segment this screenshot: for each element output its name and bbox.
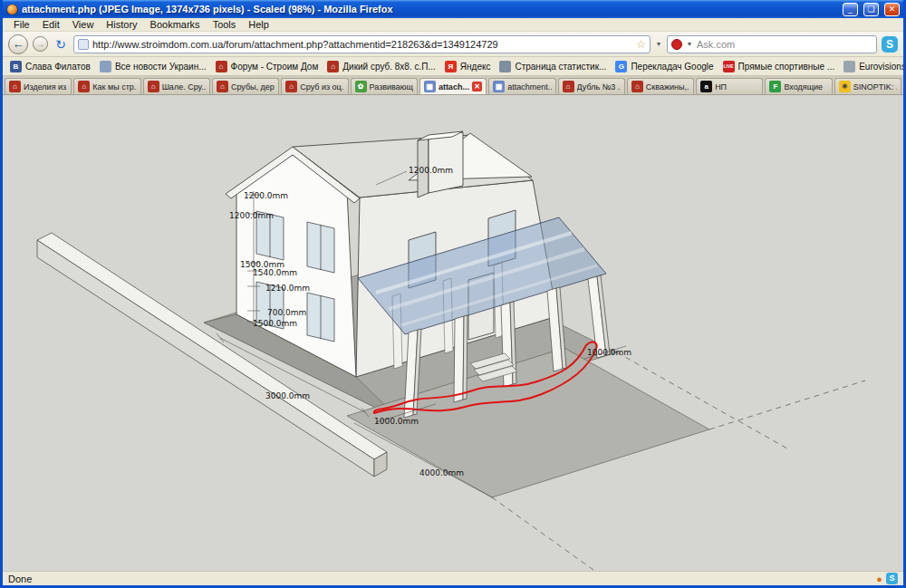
firefox-icon xyxy=(6,4,18,15)
bookmark-item[interactable]: Eurovisionsports - Lon... xyxy=(843,61,903,72)
search-engine-dropdown-icon[interactable]: ▾ xyxy=(686,40,693,48)
close-button[interactable]: ✕ xyxy=(884,3,900,16)
bookmark-label: Перекладач Google xyxy=(631,62,713,72)
status-orange-icon[interactable]: ● xyxy=(876,574,882,584)
bookmark-favicon-icon xyxy=(499,61,511,72)
bookmark-label: Все новости Украин... xyxy=(115,62,207,72)
bookmark-item[interactable]: ЯЯндекс xyxy=(445,61,491,72)
tab-favicon-icon: ⌂ xyxy=(563,81,574,92)
menu-bookmarks[interactable]: Bookmarks xyxy=(145,19,206,30)
tab-favicon-icon: а xyxy=(700,81,712,92)
search-input[interactable]: Ask.com xyxy=(697,39,735,50)
bookmark-item[interactable]: LIVEПрямые спортивные ... xyxy=(723,61,835,72)
maximize-button[interactable]: ❏ xyxy=(863,3,879,16)
tab-favicon-icon: ☀ xyxy=(839,81,851,92)
tab-label: Срубы, дер... xyxy=(231,82,275,92)
url-text[interactable]: http://www.stroimdom.com.ua/forum/attach… xyxy=(92,39,632,50)
tab-label: SINOPTIK: ... xyxy=(853,82,897,92)
bookmark-label: Eurovisionsports - Lon... xyxy=(859,62,903,72)
status-bar: Done ● S xyxy=(3,571,903,585)
chimney-side xyxy=(418,136,429,198)
tab[interactable]: ✿Развивающ... xyxy=(351,78,418,94)
tab[interactable]: ☀SINOPTIK: ... xyxy=(834,78,901,94)
tab-label: Сруб из оц... xyxy=(300,82,343,92)
bookmark-favicon-icon: ⌂ xyxy=(327,61,339,72)
refresh-icon[interactable]: ↻ xyxy=(53,37,69,52)
bookmark-label: Слава Филатов xyxy=(25,62,91,72)
tab[interactable]: FВходящие xyxy=(765,78,832,94)
url-bar[interactable]: http://www.stroimdom.com.ua/forum/attach… xyxy=(73,35,651,53)
tab[interactable]: ⌂Как мы стр... xyxy=(73,78,140,94)
skype-icon[interactable]: S xyxy=(882,36,898,53)
tab-favicon-icon: ⌂ xyxy=(285,81,297,92)
tab-label: НП xyxy=(715,82,758,92)
bookmark-favicon-icon: В xyxy=(10,61,22,72)
bookmark-item[interactable]: Страница статистик... xyxy=(499,61,606,72)
tab[interactable]: ⌂Сруб из оц... xyxy=(281,78,348,94)
bookmark-favicon-icon: ⌂ xyxy=(216,61,227,72)
tab-label: attach... xyxy=(439,82,469,92)
page-favicon-icon xyxy=(78,39,89,50)
search-bar[interactable]: ▾ Ask.com xyxy=(667,35,877,53)
bookmark-item[interactable]: ВСлава Филатов xyxy=(10,61,91,72)
tab-favicon-icon: F xyxy=(769,81,781,92)
bookmark-item[interactable]: ⌂Дикий сруб. 8х8. с.П... xyxy=(327,61,436,72)
tab[interactable]: ▦attachment... xyxy=(488,78,555,94)
tab-label: Входящие xyxy=(784,82,827,92)
tab-label: attachment... xyxy=(507,82,551,92)
menu-edit[interactable]: Edit xyxy=(37,19,65,30)
tab[interactable]: ⌂Шале. Сру... xyxy=(143,78,210,94)
tab-label: Развивающ... xyxy=(370,82,413,92)
bookmark-star-icon[interactable]: ☆ xyxy=(636,38,646,51)
menu-file[interactable]: File xyxy=(8,19,35,30)
bookmark-item[interactable]: ⌂Форум - Строим Дом xyxy=(216,61,319,72)
menu-tools[interactable]: Tools xyxy=(207,19,242,30)
navigation-toolbar: ← → ↻ http://www.stroimdom.com.ua/forum/… xyxy=(3,32,903,57)
tab[interactable]: аНП xyxy=(696,78,763,94)
bookmark-label: Страница статистик... xyxy=(515,62,606,72)
tab[interactable]: ⌂Дубль №3 ... xyxy=(558,78,625,94)
tab-label: Как мы стр... xyxy=(92,82,136,92)
back-button[interactable]: ← xyxy=(8,34,28,54)
menu-help[interactable]: Help xyxy=(243,19,275,30)
bookmark-favicon-icon: Я xyxy=(445,61,457,72)
tab-close-icon[interactable]: ✕ xyxy=(472,82,482,92)
tab-label: Дубль №3 ... xyxy=(577,82,621,92)
tab-favicon-icon: ✿ xyxy=(355,81,367,92)
title-bar: attachment.php (JPEG Image, 1374x736 pix… xyxy=(3,0,903,18)
tab-favicon-icon: ⌂ xyxy=(148,81,159,92)
chimney-front xyxy=(429,132,463,193)
tab-favicon-icon: ▦ xyxy=(424,81,436,92)
tab-bar: ⌂Изделия из... ⌂Как мы стр... ⌂Шале. Сру… xyxy=(3,76,903,94)
ask-search-icon[interactable] xyxy=(671,39,682,50)
bookmark-item[interactable]: Все новости Украин... xyxy=(100,61,207,72)
tab-label: Шале. Сру... xyxy=(162,82,206,92)
menu-bar: File Edit View History Bookmarks Tools H… xyxy=(3,18,903,32)
bookmark-favicon-icon: G xyxy=(615,61,627,72)
tab-favicon-icon: ⌂ xyxy=(9,81,21,92)
tab-favicon-icon: ▦ xyxy=(493,81,505,92)
menu-view[interactable]: View xyxy=(67,19,100,30)
tab[interactable]: ⌂Скважины,... xyxy=(627,78,694,94)
bookmark-label: Дикий сруб. 8х8. с.П... xyxy=(342,62,436,72)
bookmarks-toolbar: ВСлава Филатов Все новости Украин... ⌂Фо… xyxy=(3,57,903,76)
tab-active[interactable]: ▦attach...✕ xyxy=(419,78,487,94)
url-dropdown-icon[interactable]: ▾ xyxy=(655,40,662,48)
menu-history[interactable]: History xyxy=(101,19,142,30)
tab-favicon-icon: ⌂ xyxy=(78,81,90,92)
bookmark-favicon-icon: LIVE xyxy=(723,61,735,72)
window-title: attachment.php (JPEG Image, 1374x736 pix… xyxy=(22,4,837,14)
tab[interactable]: ⌂Изделия из... xyxy=(5,78,72,94)
bookmark-label: Прямые спортивные ... xyxy=(738,62,835,72)
forward-button[interactable]: → xyxy=(33,36,48,52)
tab-favicon-icon: ⌂ xyxy=(631,81,643,92)
browser-window: attachment.php (JPEG Image, 1374x736 pix… xyxy=(0,0,906,588)
status-skype-icon[interactable]: S xyxy=(886,573,898,584)
bookmark-label: Яндекс xyxy=(460,62,491,72)
page-content: 1200.0mm 1200.0mm 1200.0mm 1500.0mm 1540… xyxy=(3,94,903,571)
tab-favicon-icon: ⌂ xyxy=(217,81,228,92)
tab-label: Скважины,... xyxy=(646,82,689,92)
bookmark-item[interactable]: GПерекладач Google xyxy=(615,61,713,72)
tab[interactable]: ⌂Срубы, дер... xyxy=(212,78,279,94)
minimize-button[interactable]: _ xyxy=(843,3,858,16)
